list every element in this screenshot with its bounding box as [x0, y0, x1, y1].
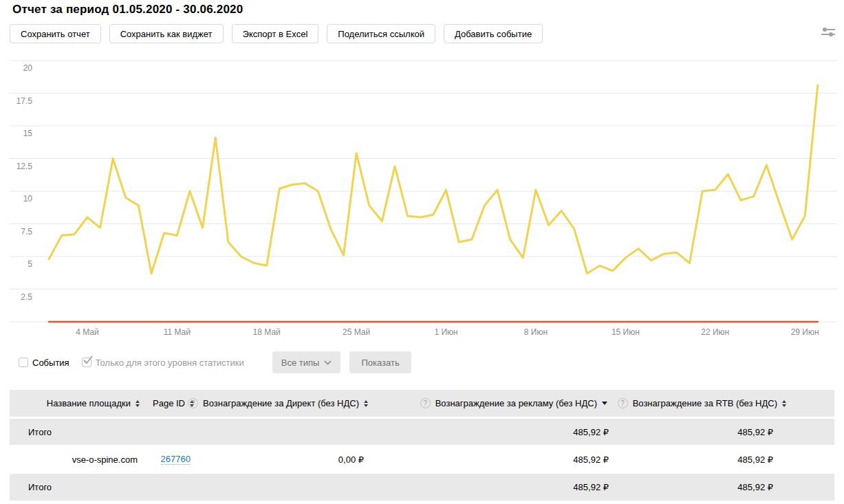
y-axis-tick-label: 2.5: [21, 292, 32, 302]
event-types-dropdown[interactable]: Все типы: [272, 351, 341, 373]
report-page: Отчет за период 01.05.2020 - 30.06.2020 …: [0, 0, 844, 504]
events-checkbox[interactable]: [19, 358, 28, 367]
column-header-label: Page ID: [153, 398, 185, 408]
events-checkbox-label: События: [32, 358, 69, 368]
x-axis-tick-label: 25 Май: [343, 327, 370, 337]
x-axis-tick-label: 15 Июн: [612, 327, 640, 337]
page-id-link[interactable]: 267760: [161, 454, 191, 465]
table-cell: 0,00 ₽: [196, 454, 371, 465]
sort-both-icon[interactable]: [136, 400, 140, 407]
help-icon[interactable]: ?: [420, 398, 431, 408]
x-axis-tick-label: 8 Июн: [524, 327, 548, 337]
x-axis-tick-label: 22 Июн: [701, 327, 729, 337]
y-axis-tick-label: 20: [23, 63, 33, 73]
line-chart-svg: 2.557.51012.51517.5204 Май11 Май18 Май25…: [10, 58, 837, 344]
table-header-row: Название площадкиPage ID?Вознаграждение …: [10, 390, 834, 417]
scope-checkbox[interactable]: [82, 358, 91, 367]
toolbar: Сохранить отчет Сохранить как виджет Экс…: [10, 24, 543, 43]
table-cell: Итого: [10, 427, 141, 437]
y-axis-tick-label: 17.5: [17, 96, 33, 106]
y-axis-tick-label: 7.5: [21, 227, 32, 237]
save-as-widget-button[interactable]: Сохранить как виджет: [109, 24, 224, 43]
table-cell: 485,92 ₽: [371, 482, 612, 492]
table-cell: 267760: [141, 454, 196, 465]
table-cell: 485,92 ₽: [371, 454, 612, 465]
x-axis-tick-label: 11 Май: [164, 327, 191, 337]
sort-both-icon[interactable]: [364, 400, 368, 407]
share-link-button[interactable]: Поделиться ссылкой: [327, 24, 435, 43]
table-total-row: Итого485,92 ₽485,92 ₽: [10, 419, 834, 445]
help-icon[interactable]: ?: [618, 398, 628, 408]
table-cell: 485,92 ₽: [371, 427, 612, 437]
y-axis-tick-label: 15: [23, 129, 33, 138]
x-axis-tick-label: 1 Июн: [434, 327, 457, 337]
y-axis-tick-label: 5: [28, 259, 32, 269]
column-header-label: Вознаграждение за рекламу (без НДС): [435, 398, 597, 408]
table-cell: 485,92 ₽: [612, 454, 834, 465]
event-types-dropdown-label: Все типы: [281, 358, 320, 368]
save-report-button[interactable]: Сохранить отчет: [10, 24, 101, 43]
report-table: Название площадкиPage ID?Вознаграждение …: [10, 390, 834, 501]
column-header-label: Вознаграждение за RTB (без НДС): [633, 398, 777, 408]
table-cell: 485,92 ₽: [612, 482, 834, 492]
column-header-4[interactable]: ?Вознаграждение за рекламу (без НДС): [371, 398, 612, 408]
x-axis-tick-label: 18 Май: [253, 327, 281, 337]
table-cell: 485,92 ₽: [612, 427, 834, 437]
show-button[interactable]: Показать: [349, 351, 411, 373]
table-total-row: Итого485,92 ₽485,92 ₽: [10, 474, 834, 501]
column-header-1[interactable]: Название площадки: [10, 398, 141, 408]
column-header-label: Вознаграждение за Директ (без НДС): [203, 398, 359, 408]
sliders-settings-icon[interactable]: [821, 26, 836, 39]
add-event-button[interactable]: Добавить событие: [444, 24, 543, 43]
y-axis-tick-label: 12.5: [17, 162, 33, 171]
table-cell: vse-o-spine.com: [10, 454, 141, 465]
x-axis-tick-label: 4 Май: [76, 327, 99, 337]
table-cell: Итого: [10, 482, 141, 492]
table-data-row: vse-o-spine.com2677600,00 ₽485,92 ₽485,9…: [10, 446, 834, 472]
scope-checkbox-label: Только для этого уровня статистики: [96, 358, 244, 368]
column-header-3[interactable]: ?Вознаграждение за Директ (без НДС): [196, 398, 371, 408]
events-filter-bar: События Только для этого уровня статисти…: [19, 351, 411, 373]
sort-desc-icon[interactable]: [602, 402, 607, 405]
y-axis-tick-label: 10: [23, 194, 33, 204]
chevron-down-icon: [324, 360, 332, 365]
series-yellow-line: [49, 85, 818, 274]
help-icon[interactable]: ?: [188, 398, 198, 408]
x-axis-tick-label: 29 Июн: [791, 327, 819, 337]
export-excel-button[interactable]: Экспорт в Excel: [232, 24, 319, 43]
column-header-5[interactable]: ?Вознаграждение за RTB (без НДС): [612, 398, 834, 408]
checkmark-icon: [82, 354, 94, 366]
page-title: Отчет за период 01.05.2020 - 30.06.2020: [12, 3, 243, 17]
sort-both-icon[interactable]: [782, 400, 786, 407]
column-header-label: Название площадки: [47, 398, 131, 408]
revenue-line-chart: 2.557.51012.51517.5204 Май11 Май18 Май25…: [10, 58, 837, 344]
